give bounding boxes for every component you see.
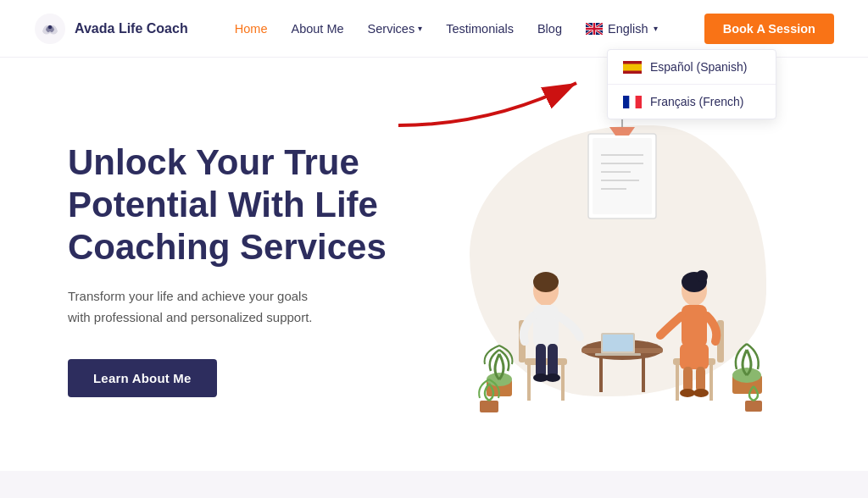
- svg-rect-33: [548, 344, 558, 378]
- nav-services-wrap[interactable]: Services ▾: [368, 22, 423, 36]
- lang-french-label: Français (French): [650, 95, 743, 108]
- hero-title: Unlock Your True Potential With Life Coa…: [68, 141, 424, 268]
- coaching-illustration: [444, 108, 800, 430]
- bottom-strip: [0, 471, 868, 498]
- lang-option-spanish[interactable]: Español (Spanish): [608, 50, 776, 84]
- spain-flag-icon: [623, 61, 642, 74]
- nav-blog[interactable]: Blog: [537, 22, 562, 36]
- svg-rect-42: [682, 305, 707, 347]
- hero-text-block: Unlock Your True Potential With Life Coa…: [68, 141, 424, 396]
- nav-home[interactable]: Home: [235, 22, 268, 36]
- book-session-button[interactable]: Book A Session: [704, 14, 834, 44]
- language-dropdown: Español (Spanish) Français (French): [607, 49, 776, 119]
- brand-logo-icon: [34, 13, 66, 45]
- svg-rect-10: [593, 138, 652, 214]
- brand-logo-link[interactable]: Avada Life Coach: [34, 13, 188, 45]
- language-selector[interactable]: English ▾: [586, 22, 658, 36]
- nav-testimonials[interactable]: Testimonials: [446, 22, 514, 36]
- svg-rect-24: [603, 335, 633, 351]
- lang-chevron-icon: ▾: [654, 24, 658, 33]
- svg-rect-31: [533, 305, 559, 347]
- lang-spanish-label: Español (Spanish): [650, 60, 747, 74]
- uk-flag-icon: [586, 23, 603, 35]
- svg-point-46: [680, 389, 695, 397]
- svg-rect-44: [683, 367, 693, 392]
- france-flag-icon: [623, 96, 642, 108]
- svg-point-47: [693, 389, 709, 397]
- svg-rect-7: [623, 96, 629, 108]
- svg-rect-55: [745, 401, 762, 412]
- svg-rect-52: [480, 401, 498, 412]
- nav-links: Home About Me Services ▾ Testimonials Bl…: [235, 21, 658, 36]
- hero-subtitle: Transform your life and achieve your goa…: [68, 286, 331, 329]
- svg-point-1: [48, 25, 52, 28]
- svg-rect-43: [680, 344, 709, 369]
- nav-services[interactable]: Services: [368, 22, 415, 36]
- learn-about-me-button[interactable]: Learn About Me: [68, 359, 217, 397]
- services-chevron-icon: ▾: [418, 24, 422, 33]
- svg-rect-25: [595, 353, 641, 356]
- nav-about[interactable]: About Me: [291, 22, 343, 36]
- svg-point-36: [533, 272, 559, 292]
- svg-point-35: [545, 374, 560, 382]
- svg-rect-4: [623, 64, 642, 70]
- svg-rect-45: [696, 367, 705, 392]
- hero-illustration: [444, 108, 800, 430]
- brand-name-text: Avada Life Coach: [75, 21, 188, 36]
- svg-point-49: [696, 270, 708, 282]
- svg-rect-32: [536, 344, 546, 378]
- lang-option-french[interactable]: Français (French): [608, 84, 776, 119]
- language-label: English: [608, 22, 648, 36]
